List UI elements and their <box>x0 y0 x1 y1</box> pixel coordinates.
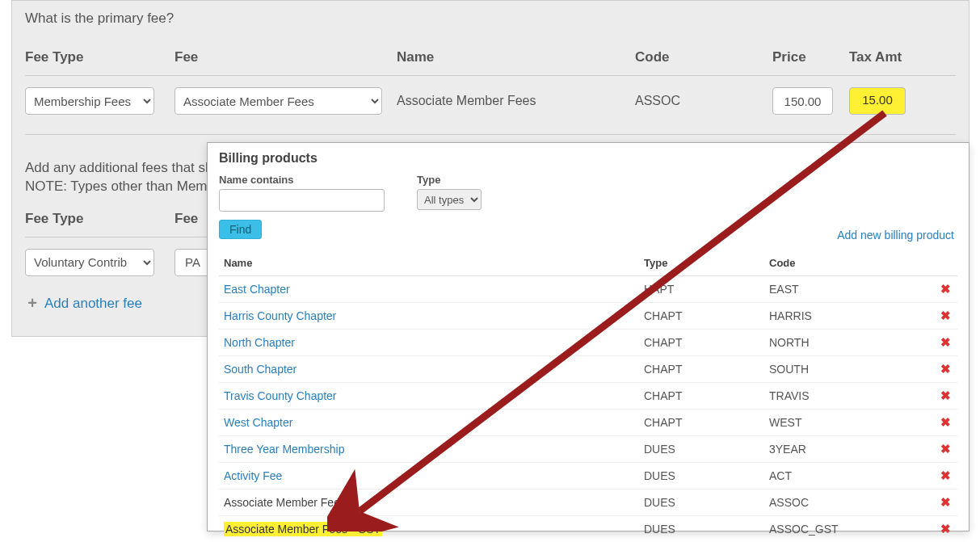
delete-icon[interactable]: ✖ <box>940 495 951 509</box>
product-name-link[interactable]: Activity Fee <box>224 469 282 482</box>
panel-title: What is the primary fee? <box>25 11 956 27</box>
table-row: Associate Member Fees - GSTDUESASSOC_GST… <box>219 516 957 542</box>
header-code: Code <box>635 49 772 65</box>
filter-name-input[interactable] <box>219 189 385 212</box>
product-type: DUES <box>644 443 769 456</box>
fee-type-select-2[interactable]: Voluntary Contrib <box>25 249 154 276</box>
product-type: CHAPT <box>644 309 769 322</box>
price-input-1[interactable] <box>772 87 833 115</box>
delete-icon[interactable]: ✖ <box>940 335 951 349</box>
table-row: Associate Member FeesDUESASSOC✖ <box>219 489 957 516</box>
product-type: DUES <box>644 469 769 482</box>
product-type: CHAPT <box>644 416 769 429</box>
header-price: Price <box>772 49 849 65</box>
product-code: ASSOC_GST <box>769 523 927 536</box>
product-type: CHAPT <box>644 389 769 402</box>
fee-row-1: Membership Fees Associate Member Fees As… <box>25 76 956 126</box>
product-code: HARRIS <box>769 309 927 322</box>
delete-icon[interactable]: ✖ <box>940 389 951 402</box>
modal-title: Billing products <box>219 151 957 166</box>
th-name: Name <box>224 257 644 269</box>
filter-row: Name contains Type All types <box>219 174 957 212</box>
fee-name-1: Associate Member Fees <box>397 94 635 108</box>
fee-type-select-1[interactable]: Membership Fees <box>25 87 154 115</box>
product-type: CHAPT <box>644 363 769 376</box>
product-name-text: Associate Member Fees <box>224 496 346 509</box>
separator-1 <box>25 134 956 135</box>
filter-type-label: Type <box>417 174 482 186</box>
product-code: TRAVIS <box>769 389 927 402</box>
billing-products-table: Name Type Code East ChapterHAPTEAST✖Harr… <box>219 250 957 542</box>
product-type: HAPT <box>644 283 769 296</box>
delete-icon[interactable]: ✖ <box>940 442 951 456</box>
th-code: Code <box>769 257 927 269</box>
product-code: EAST <box>769 283 927 296</box>
header-name: Name <box>397 49 635 65</box>
add-new-billing-product-link[interactable]: Add new billing product <box>837 229 954 242</box>
product-name-link[interactable]: East Chapter <box>224 283 290 296</box>
delete-icon[interactable]: ✖ <box>940 309 951 322</box>
product-name-link[interactable]: Three Year Membership <box>224 443 344 456</box>
product-name-link[interactable]: North Chapter <box>224 336 295 349</box>
product-type: DUES <box>644 496 769 509</box>
delete-icon[interactable]: ✖ <box>940 362 951 376</box>
tax-amt-1: 15.00 <box>849 87 906 115</box>
product-name-link[interactable]: South Chapter <box>224 363 297 376</box>
delete-icon[interactable]: ✖ <box>940 522 951 536</box>
add-another-fee-link[interactable]: + Add another fee <box>25 296 142 312</box>
find-button[interactable]: Find <box>219 220 262 239</box>
product-code: 3YEAR <box>769 443 927 456</box>
product-code: WEST <box>769 416 927 429</box>
table-header: Name Type Code <box>219 250 957 276</box>
delete-icon[interactable]: ✖ <box>940 282 951 296</box>
product-code: ASSOC <box>769 496 927 509</box>
table-row: South ChapterCHAPTSOUTH✖ <box>219 356 957 383</box>
product-type: CHAPT <box>644 336 769 349</box>
table-row: Three Year MembershipDUES3YEAR✖ <box>219 436 957 463</box>
th-type: Type <box>644 257 769 269</box>
product-name-text: Associate Member Fees - GST <box>224 522 382 536</box>
fee-code-1: ASSOC <box>635 94 772 108</box>
product-name-link[interactable]: Harris County Chapter <box>224 309 336 322</box>
billing-products-modal: Billing products Name contains Type All … <box>207 142 969 531</box>
header-feetype: Fee Type <box>25 49 175 65</box>
fee-select-1[interactable]: Associate Member Fees <box>175 87 382 115</box>
product-code: SOUTH <box>769 363 927 376</box>
table-row: Harris County ChapterCHAPTHARRIS✖ <box>219 303 957 330</box>
product-name-link[interactable]: Travis County Chapter <box>224 389 337 402</box>
product-code: ACT <box>769 469 927 482</box>
product-type: DUES <box>644 523 769 536</box>
delete-icon[interactable]: ✖ <box>940 468 951 482</box>
table-row: West ChapterCHAPTWEST✖ <box>219 410 957 436</box>
product-name-link[interactable]: West Chapter <box>224 416 292 429</box>
plus-icon: + <box>25 296 40 311</box>
filter-name-label: Name contains <box>219 174 385 186</box>
table-row: North ChapterCHAPTNORTH✖ <box>219 330 957 356</box>
table-row: Travis County ChapterCHAPTTRAVIS✖ <box>219 383 957 410</box>
header-tax: Tax Amt <box>849 49 922 65</box>
filter-type-select[interactable]: All types <box>417 189 482 210</box>
product-code: NORTH <box>769 336 927 349</box>
table-row: Activity FeeDUESACT✖ <box>219 463 957 489</box>
header-fee: Fee <box>175 49 397 65</box>
table-row: East ChapterHAPTEAST✖ <box>219 276 957 303</box>
delete-icon[interactable]: ✖ <box>940 415 951 429</box>
header2-feetype: Fee Type <box>25 211 175 227</box>
fee-table-header: Fee Type Fee Name Code Price Tax Amt <box>25 49 956 76</box>
